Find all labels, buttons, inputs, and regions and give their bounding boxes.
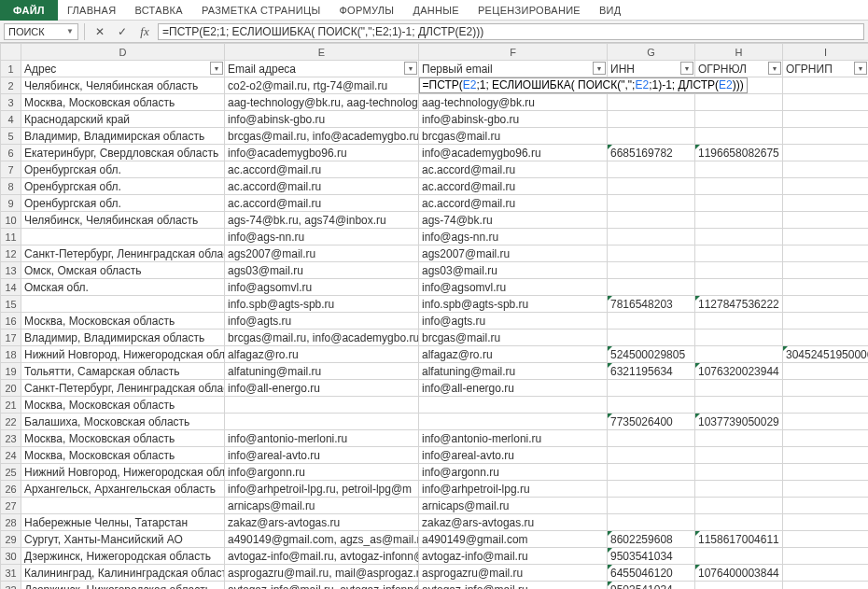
cell-E7[interactable]: ac.accord@mail.ru xyxy=(225,161,419,178)
cell-I31[interactable] xyxy=(783,565,869,582)
cell-G14[interactable] xyxy=(608,279,695,296)
filter-dropdown-icon[interactable]: ▼ xyxy=(593,62,606,75)
cell-D32[interactable]: Дзержинск, Нижегородская область xyxy=(21,582,225,590)
cell-E2[interactable]: co2-o2@mail.ru, rtg-74@mail.ru xyxy=(225,77,419,94)
cell-G27[interactable] xyxy=(608,498,695,514)
cell-E3[interactable]: aag-technology@bk.ru, aag-technology xyxy=(225,94,419,111)
filter-dropdown-icon[interactable]: ▼ xyxy=(680,62,693,75)
cell-H11[interactable] xyxy=(695,229,783,245)
header-cell-h[interactable]: ОГРНЮЛ▼ xyxy=(695,61,783,77)
row-number[interactable]: 3 xyxy=(1,94,21,111)
cell-E12[interactable]: ags2007@mail.ru xyxy=(225,245,419,262)
filter-dropdown-icon[interactable]: ▼ xyxy=(768,62,781,75)
row-number[interactable]: 27 xyxy=(1,498,21,514)
cell-H9[interactable] xyxy=(695,195,783,212)
cell-I32[interactable] xyxy=(783,582,869,590)
row-number[interactable]: 16 xyxy=(1,313,21,330)
cell-H31[interactable]: 1076400003844 xyxy=(695,565,783,582)
cell-G6[interactable]: 6685169782 xyxy=(608,145,695,161)
col-header-G[interactable]: G xyxy=(608,44,695,61)
cell-I15[interactable] xyxy=(783,296,869,313)
cell-G31[interactable]: 6455046120 xyxy=(608,565,695,582)
cell-F18[interactable]: alfagaz@ro.ru xyxy=(419,346,608,363)
cell-G29[interactable]: 8602259608 xyxy=(608,531,695,548)
cell-I12[interactable] xyxy=(783,245,869,262)
cell-G28[interactable] xyxy=(608,514,695,531)
cell-E14[interactable]: info@agsomvl.ru xyxy=(225,279,419,296)
cell-G19[interactable]: 6321195634 xyxy=(608,363,695,380)
cell-I3[interactable] xyxy=(783,94,869,111)
cell-F14[interactable]: info@agsomvl.ru xyxy=(419,279,608,296)
cell-I14[interactable] xyxy=(783,279,869,296)
row-number[interactable]: 10 xyxy=(1,212,21,229)
cell-F25[interactable]: info@argonn.ru xyxy=(419,464,608,481)
cell-I16[interactable] xyxy=(783,313,869,330)
cell-E27[interactable]: arnicaps@mail.ru xyxy=(225,498,419,514)
cell-H22[interactable]: 1037739050029 xyxy=(695,414,783,430)
cell-I26[interactable] xyxy=(783,481,869,498)
cell-H28[interactable] xyxy=(695,514,783,531)
spreadsheet-grid[interactable]: D E F G H I 1Адрес▼Email адреса▼Первый e… xyxy=(0,43,868,589)
cell-E6[interactable]: info@academygbo96.ru xyxy=(225,145,419,161)
cell-H19[interactable]: 1076320023944 xyxy=(695,363,783,380)
cell-I9[interactable] xyxy=(783,195,869,212)
row-number[interactable]: 19 xyxy=(1,363,21,380)
cell-G21[interactable] xyxy=(608,397,695,414)
cell-D29[interactable]: Сургут, Ханты-Мансийский АО xyxy=(21,531,225,548)
tab-formulas[interactable]: ФОРМУЛЫ xyxy=(329,0,403,21)
row-number[interactable]: 2 xyxy=(1,77,21,94)
cell-G3[interactable] xyxy=(608,94,695,111)
cell-F29[interactable]: a490149@gmail.com xyxy=(419,531,608,548)
cell-G17[interactable] xyxy=(608,330,695,346)
cell-I11[interactable] xyxy=(783,229,869,245)
cell-G13[interactable] xyxy=(608,262,695,279)
cell-F4[interactable]: info@abinsk-gbo.ru xyxy=(419,111,608,128)
tab-page-layout[interactable]: РАЗМЕТКА СТРАНИЦЫ xyxy=(192,0,330,21)
row-number[interactable]: 12 xyxy=(1,245,21,262)
cell-G15[interactable]: 7816548203 xyxy=(608,296,695,313)
cell-I29[interactable] xyxy=(783,531,869,548)
cell-G25[interactable] xyxy=(608,464,695,481)
header-cell-d[interactable]: Адрес▼ xyxy=(21,61,225,77)
col-header-I[interactable]: I xyxy=(783,44,869,61)
cell-D9[interactable]: Оренбургская обл. xyxy=(21,195,225,212)
row-number[interactable]: 18 xyxy=(1,346,21,363)
row-number[interactable]: 21 xyxy=(1,397,21,414)
cell-D25[interactable]: Нижний Новгород, Нижегородская область xyxy=(21,464,225,481)
row-number[interactable]: 32 xyxy=(1,582,21,590)
cell-G22[interactable]: 7735026400 xyxy=(608,414,695,430)
cell-D2[interactable]: Челябинск, Челябинская область xyxy=(21,77,225,94)
col-header-H[interactable]: H xyxy=(695,44,783,61)
cell-I27[interactable] xyxy=(783,498,869,514)
header-cell-i[interactable]: ОГРНИП▼ xyxy=(783,61,869,77)
cell-E26[interactable]: info@arhpetroil-lpg.ru, petroil-lpg@m xyxy=(225,481,419,498)
row-number[interactable]: 24 xyxy=(1,447,21,464)
cell-G30[interactable]: 9503541034 xyxy=(608,548,695,565)
cell-G26[interactable] xyxy=(608,481,695,498)
name-box[interactable]: ПОИСК ▼ xyxy=(4,23,78,40)
row-number[interactable]: 1 xyxy=(1,61,21,77)
row-number[interactable]: 4 xyxy=(1,111,21,128)
cell-I2[interactable] xyxy=(783,77,869,94)
cell-F27[interactable]: arnicaps@mail.ru xyxy=(419,498,608,514)
cell-D8[interactable]: Оренбургская обл. xyxy=(21,178,225,195)
row-number[interactable]: 5 xyxy=(1,128,21,145)
cell-F21[interactable] xyxy=(419,397,608,414)
cell-I6[interactable] xyxy=(783,145,869,161)
cell-F26[interactable]: info@arhpetroil-lpg.ru xyxy=(419,481,608,498)
header-cell-g[interactable]: ИНН▼ xyxy=(608,61,695,77)
cell-F12[interactable]: ags2007@mail.ru xyxy=(419,245,608,262)
cell-H29[interactable]: 1158617004611 xyxy=(695,531,783,548)
cell-H32[interactable] xyxy=(695,582,783,590)
cell-D4[interactable]: Краснодарский край xyxy=(21,111,225,128)
cell-D10[interactable]: Челябинск, Челябинская область xyxy=(21,212,225,229)
cell-I10[interactable] xyxy=(783,212,869,229)
tab-view[interactable]: ВИД xyxy=(590,0,631,21)
cell-F17[interactable]: brcgas@mail.ru xyxy=(419,330,608,346)
row-number[interactable]: 13 xyxy=(1,262,21,279)
cell-F20[interactable]: info@all-energo.ru xyxy=(419,380,608,397)
cell-G9[interactable] xyxy=(608,195,695,212)
cell-F32[interactable]: avtogaz-info@mail.ru xyxy=(419,582,608,590)
cell-D16[interactable]: Москва, Московская область xyxy=(21,313,225,330)
cell-D13[interactable]: Омск, Омская область xyxy=(21,262,225,279)
